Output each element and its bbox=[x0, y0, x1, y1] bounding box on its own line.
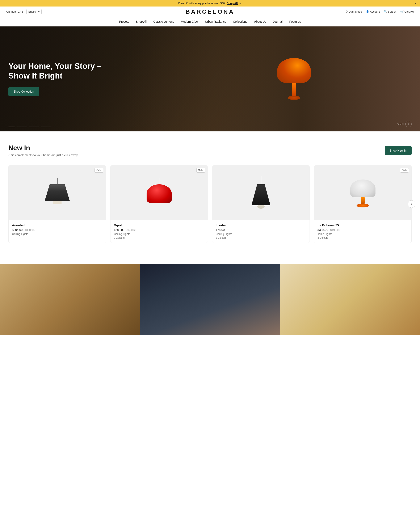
product-name-boheme: La Boheme 55 bbox=[317, 223, 408, 227]
cart-link[interactable]: 🛒 Cart (0) bbox=[400, 10, 414, 13]
announcement-text: Free gift with every purchase over $50! bbox=[178, 2, 226, 5]
product-card-dipol: Sale Dipol $289.00 $350.65 Ceiling Light… bbox=[110, 165, 208, 243]
hero-section: Your Home, Your Story – Show It Bright S… bbox=[0, 26, 420, 131]
sale-badge-annabell: Sale bbox=[95, 168, 103, 173]
product-category-lisabell: Ceiling Lights bbox=[216, 232, 306, 236]
product-price-lisabell: $78.00 bbox=[216, 228, 306, 232]
nav-item-features[interactable]: Features bbox=[289, 20, 301, 23]
product-image-boheme[interactable]: Sale bbox=[314, 166, 411, 220]
sale-badge-boheme: Sale bbox=[400, 168, 409, 173]
product-grid: Sale Annabell $305.00 $350.95 Ceiling Li… bbox=[9, 165, 411, 243]
dot-1[interactable] bbox=[9, 127, 15, 127]
strip-item-1[interactable] bbox=[0, 264, 140, 335]
scroll-circle: ↓ bbox=[405, 121, 411, 127]
language-label: English bbox=[28, 10, 37, 13]
annabell-lamp-shape bbox=[43, 178, 72, 207]
product-price-annabell: $305.00 $350.95 bbox=[12, 228, 103, 232]
hero-lamp-decoration bbox=[277, 58, 311, 100]
product-name-annabell: Annabell bbox=[12, 223, 103, 227]
grid-next-arrow[interactable]: › bbox=[408, 200, 415, 208]
announcement-bar: Free gift with every purchase over $50! … bbox=[0, 0, 420, 7]
product-category-boheme: Table Lights bbox=[317, 232, 408, 236]
lamp-base bbox=[288, 96, 300, 100]
product-price-dipol: $289.00 $350.65 bbox=[114, 228, 204, 232]
nav-item-about-us[interactable]: About Us bbox=[254, 20, 266, 23]
dropdown-arrow: ▾ bbox=[38, 10, 40, 13]
announcement-chevron[interactable]: › bbox=[415, 2, 416, 5]
site-logo[interactable]: BARCELONA bbox=[186, 9, 235, 15]
product-card-boheme: Sale La Boheme 55 $338.00 $490.00 Table … bbox=[314, 165, 411, 243]
product-image-dipol[interactable]: Sale bbox=[110, 166, 208, 220]
boheme-lamp-shape bbox=[348, 178, 377, 207]
strip-item-2[interactable] bbox=[140, 264, 280, 335]
new-in-subheading: Chic complements to your home are just a… bbox=[9, 153, 78, 157]
dot-4[interactable] bbox=[41, 127, 51, 127]
product-info-dipol: Dipol $289.00 $350.65 Ceiling Lights 3 C… bbox=[110, 220, 208, 243]
nav-item-presets[interactable]: Presets bbox=[119, 20, 129, 23]
top-bar-left: Canada (CA $) English ▾ bbox=[6, 9, 42, 14]
user-icon: 👤 bbox=[366, 10, 369, 13]
hero-heading: Your Home, Your Story – Show It Bright bbox=[9, 61, 101, 81]
product-card-annabell: Sale Annabell $305.00 $350.95 Ceiling Li… bbox=[9, 165, 106, 243]
language-selector[interactable]: English ▾ bbox=[26, 9, 42, 14]
hero-content: Your Home, Your Story – Show It Bright S… bbox=[9, 61, 101, 96]
nav-item-collections[interactable]: Collections bbox=[233, 20, 247, 23]
shop-collection-button[interactable]: Shop Collection bbox=[9, 87, 39, 96]
hero-dots bbox=[9, 127, 51, 127]
dot-2[interactable] bbox=[16, 127, 27, 127]
product-info-lisabell: Lisabell $78.00 Ceiling Lights 3 Colours bbox=[212, 220, 310, 243]
new-in-section: New In Chic complements to your home are… bbox=[0, 131, 420, 251]
product-colors-boheme: 3 Colours bbox=[317, 236, 408, 239]
cart-icon: 🛒 bbox=[400, 10, 404, 13]
product-image-annabell[interactable]: Sale bbox=[9, 166, 106, 220]
product-colors-dipol: 3 Colours bbox=[114, 236, 204, 239]
sale-badge-dipol: Sale bbox=[196, 168, 205, 173]
dipol-lamp-shape bbox=[144, 178, 174, 207]
nav-item-shop-all[interactable]: Shop All bbox=[136, 20, 147, 23]
shop-new-in-button[interactable]: Shop New In bbox=[385, 146, 411, 155]
search-link[interactable]: 🔍 Search bbox=[384, 10, 396, 13]
announcement-arrow: → bbox=[239, 2, 242, 5]
dark-mode-toggle[interactable]: ☽ Dark Mode bbox=[345, 10, 362, 13]
account-link[interactable]: 👤 Account bbox=[366, 10, 380, 13]
strip-item-3[interactable] bbox=[280, 264, 420, 335]
dot-3[interactable] bbox=[29, 127, 39, 127]
product-info-annabell: Annabell $305.00 $350.95 Ceiling Lights bbox=[9, 220, 106, 240]
new-in-heading: New In bbox=[9, 144, 78, 152]
new-in-header: New In Chic complements to your home are… bbox=[9, 144, 411, 157]
product-name-lisabell: Lisabell bbox=[216, 223, 306, 227]
product-category-annabell: Ceiling Lights bbox=[12, 232, 103, 236]
top-bar: Canada (CA $) English ▾ BARCELONA ☽ Dark… bbox=[0, 7, 420, 17]
product-card-lisabell: Lisabell $78.00 Ceiling Lights 3 Colours bbox=[212, 165, 310, 243]
lamp-shade bbox=[277, 58, 311, 83]
lamp-stem bbox=[292, 83, 296, 96]
new-in-title-group: New In Chic complements to your home are… bbox=[9, 144, 78, 157]
lisabell-lamp-shape bbox=[246, 176, 276, 210]
nav-item-classic-lumens[interactable]: Classic Lumens bbox=[153, 20, 174, 23]
nav-item-modern-glow[interactable]: Modern Glow bbox=[181, 20, 198, 23]
main-nav: Presets Shop All Classic Lumens Modern G… bbox=[0, 17, 420, 26]
hero-shelf-bg bbox=[126, 26, 420, 131]
top-bar-right: ☽ Dark Mode 👤 Account 🔍 Search 🛒 Cart (0… bbox=[345, 10, 414, 13]
image-strip bbox=[0, 264, 420, 335]
product-price-boheme: $338.00 $490.00 bbox=[317, 228, 408, 232]
region-label: Canada (CA $) bbox=[6, 10, 24, 13]
product-category-dipol: Ceiling Lights bbox=[114, 232, 204, 236]
product-image-lisabell[interactable] bbox=[212, 166, 310, 220]
scroll-label: Scroll bbox=[397, 122, 404, 126]
hero-scroll-indicator[interactable]: Scroll ↓ bbox=[397, 121, 411, 127]
nav-item-urban-radiance[interactable]: Urban Radiance bbox=[205, 20, 226, 23]
product-colors-lisabell: 3 Colours bbox=[216, 236, 306, 239]
product-info-boheme: La Boheme 55 $338.00 $490.00 Table Light… bbox=[314, 220, 411, 243]
moon-icon: ☽ bbox=[345, 10, 348, 13]
announcement-link[interactable]: Shop All bbox=[227, 2, 238, 5]
search-icon: 🔍 bbox=[384, 10, 387, 13]
nav-item-journal[interactable]: Journal bbox=[273, 20, 283, 23]
product-name-dipol: Dipol bbox=[114, 223, 204, 227]
